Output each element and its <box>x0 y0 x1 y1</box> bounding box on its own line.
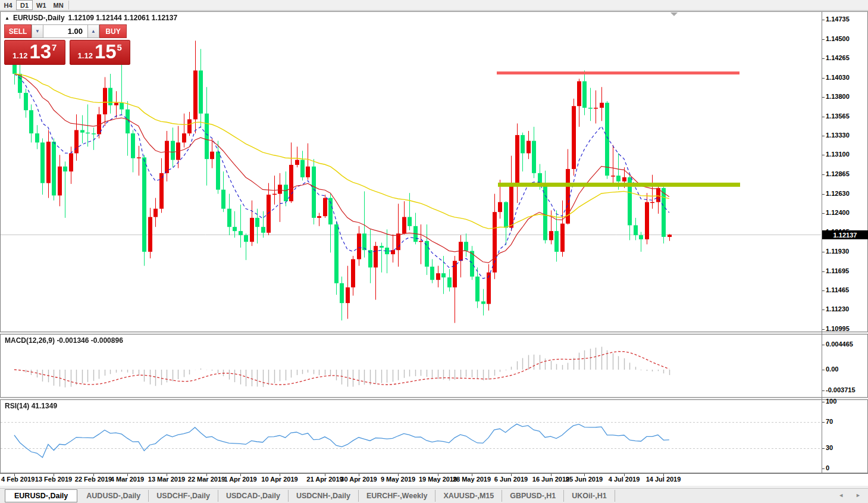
volume-increase-button[interactable]: ▲ <box>87 24 99 38</box>
date-axis-label: 6 Jun 2019 <box>488 476 534 483</box>
buy-price-pip: 5 <box>117 42 122 52</box>
price-axis-tick <box>822 194 825 195</box>
macd-canvas[interactable] <box>1 335 821 397</box>
date-axis-label: 4 Jul 2019 <box>601 476 647 483</box>
date-axis-label: 10 Apr 2019 <box>257 476 302 483</box>
tab-usdcnh-daily[interactable]: USDCNH-,Daily <box>289 490 359 502</box>
collapse-panel-icon[interactable]: ▲ <box>5 15 10 21</box>
tab-usdcad-daily[interactable]: USDCAD-,Daily <box>218 490 289 502</box>
price-axis-tick <box>822 78 825 79</box>
triangle-down-icon: ▼ <box>35 29 40 34</box>
price-axis-label: 1.11465 <box>826 286 849 293</box>
sell-price-main: 13 <box>29 40 51 63</box>
price-axis-label: 1.13100 <box>826 151 850 158</box>
buy-price-box[interactable]: 1.12 15 5 <box>70 40 131 65</box>
price-axis-label: 1.12400 <box>826 209 850 216</box>
sell-price-box[interactable]: 1.12 13 7 <box>4 40 65 65</box>
volume-input[interactable] <box>43 24 87 38</box>
price-axis-tick <box>822 310 825 310</box>
price-axis-separator <box>822 11 822 473</box>
macd-label: MACD(12,26,9) -0.001346 -0.000896 <box>5 336 123 345</box>
tab-audusd-daily[interactable]: AUDUSD-,Daily <box>79 490 149 502</box>
tab-scroll-right-icon[interactable]: ► <box>856 492 861 498</box>
macd-axis-label: -0.003715 <box>826 386 856 393</box>
triangle-up-icon: ▲ <box>91 29 96 34</box>
tab-xauusd-m15[interactable]: XAUUSD-,M15 <box>435 490 502 502</box>
timeframe-toolbar: H4 D1 W1 MN <box>0 0 868 11</box>
toolbar-separator <box>68 1 69 10</box>
date-axis-label: 9 May 2019 <box>375 476 421 483</box>
buy-button[interactable]: BUY <box>99 24 127 38</box>
volume-decrease-button[interactable]: ▼ <box>32 24 43 38</box>
price-axis-label: 1.13330 <box>826 132 850 139</box>
rsi-label: RSI(14) 41.1349 <box>5 402 57 410</box>
price-axis-label: 1.13800 <box>826 93 850 100</box>
price-axis-label: 1.14500 <box>826 35 850 42</box>
macd-values: -0.001346 -0.000896 <box>57 336 123 345</box>
price-axis-tick <box>822 329 825 330</box>
date-axis-label: 4 Mar 2019 <box>105 476 150 483</box>
date-axis-label: 28 May 2019 <box>449 476 494 483</box>
date-axis-label: 13 Mar 2019 <box>144 476 189 483</box>
rsi-axis-tick <box>822 402 825 402</box>
one-click-trading-panel: SELL ▼ ▲ BUY 1.12 13 7 1.12 15 5 <box>4 24 130 65</box>
price-axis-tick <box>822 271 825 272</box>
buy-price-prefix: 1.12 <box>78 51 93 60</box>
rsi-axis-tick <box>822 422 825 423</box>
price-axis-tick <box>822 213 825 214</box>
price-axis-tick <box>822 20 825 20</box>
macd-axis-tick <box>822 370 825 370</box>
timeframe-w1-button[interactable]: W1 <box>33 0 50 10</box>
price-axis-tick <box>822 58 825 59</box>
sell-price-prefix: 1.12 <box>12 51 27 60</box>
price-axis-label: 1.11695 <box>826 267 849 274</box>
tab-eurusd-daily[interactable]: EURUSD-,Daily <box>5 489 77 502</box>
chart-symbol-label: EURUSD-,Daily <box>13 14 65 22</box>
date-axis-label: 13 Feb 2019 <box>31 476 76 483</box>
price-axis-label: 1.11930 <box>826 248 849 255</box>
rsi-axis-label: 30 <box>826 444 833 451</box>
rsi-canvas[interactable] <box>1 400 821 473</box>
rsi-value: 41.1349 <box>32 402 57 410</box>
chart-shift-marker-icon[interactable] <box>670 13 678 16</box>
sell-price-pip: 7 <box>52 42 57 52</box>
tab-usdchf-daily[interactable]: USDCHF-,Daily <box>149 490 218 502</box>
price-axis-label: 1.10995 <box>826 325 850 332</box>
chart-ohlc-values: 1.12109 1.12144 1.12061 1.12137 <box>68 14 178 22</box>
price-axis-label: 1.14735 <box>826 15 850 23</box>
timeframe-d1-button[interactable]: D1 <box>16 0 33 10</box>
tab-scroll-left-icon[interactable]: ◄ <box>838 492 844 498</box>
date-axis-label: 1 Apr 2019 <box>218 476 263 483</box>
current-price-badge: 1.12137 <box>822 230 868 239</box>
rsi-axis-label: 0 <box>826 464 829 471</box>
timeframe-h4-button[interactable]: H4 <box>0 0 16 10</box>
price-axis-tick <box>822 155 825 155</box>
price-axis-label: 1.11230 <box>826 305 849 313</box>
tab-eurchf-weekly[interactable]: EURCHF-,Weekly <box>359 490 436 502</box>
chart-title: ▲ EURUSD-,Daily 1.12109 1.12144 1.12061 … <box>5 14 177 22</box>
price-axis-label: 1.13565 <box>826 113 850 120</box>
price-axis-tick <box>822 97 825 98</box>
tab-gbpusd-h1[interactable]: GBPUSD-,H1 <box>502 490 564 502</box>
date-axis-label: 30 Apr 2019 <box>336 476 381 483</box>
price-axis-label: 1.14030 <box>826 74 850 81</box>
trading-terminal: H4 D1 W1 MN ▲ EURUSD-,Daily 1.12109 1.12… <box>0 0 868 503</box>
timeframe-mn-button[interactable]: MN <box>50 0 67 10</box>
price-axis-tick <box>822 174 825 175</box>
price-axis-tick <box>822 136 825 136</box>
price-axis-label: 1.14265 <box>826 54 850 61</box>
price-axis-label: 1.12865 <box>826 170 850 177</box>
rsi-name: RSI(14) <box>5 402 29 410</box>
macd-axis-tick <box>822 390 825 391</box>
rsi-axis-label: 70 <box>826 418 833 425</box>
macd-axis-tick <box>822 345 825 345</box>
price-axis-label: 1.12630 <box>826 190 850 197</box>
sell-button[interactable]: SELL <box>4 24 32 38</box>
tab-ukoil-h1[interactable]: UKOil-,H1 <box>564 490 615 502</box>
price-axis-tick <box>822 39 825 40</box>
macd-axis-label: 0.004465 <box>826 340 853 348</box>
price-axis-tick <box>822 117 825 117</box>
rsi-axis-tick <box>822 468 825 469</box>
rsi-axis-tick <box>822 448 825 449</box>
date-axis-label: 25 Jun 2019 <box>562 476 607 483</box>
